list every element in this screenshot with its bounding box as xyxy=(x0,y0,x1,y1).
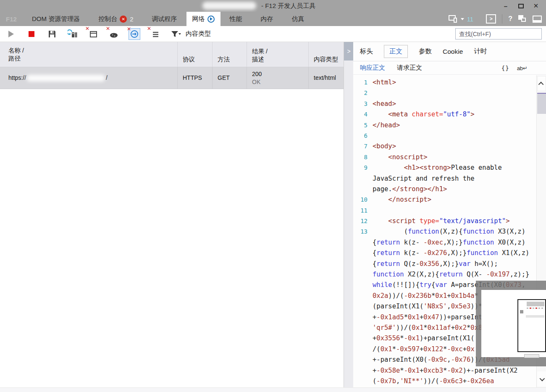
code-row: 6 xyxy=(353,131,536,141)
pretty-print-icon[interactable]: {} xyxy=(501,65,509,71)
clear-x-icon: ✕ xyxy=(127,26,131,32)
cookie-icon xyxy=(109,29,119,39)
tab-performance[interactable]: 性能 xyxy=(220,12,252,26)
line-number xyxy=(353,248,373,258)
clear-session-button[interactable]: ✕ xyxy=(87,28,99,40)
redacted-url xyxy=(27,75,105,82)
bottom-edge xyxy=(0,387,546,392)
tab-network[interactable]: 网络 xyxy=(186,12,220,26)
line-number xyxy=(353,366,373,376)
status-code: 200 xyxy=(252,70,304,78)
code-line: JavaScript and refresh the xyxy=(373,174,475,184)
close-button[interactable]: ✕ xyxy=(528,0,543,12)
export-har-button[interactable] xyxy=(46,28,58,40)
tabbar-right-tools: 11 > ? xyxy=(449,12,546,26)
navigate-circle-icon xyxy=(130,29,139,39)
requests-panel: 名称 / 路径 协议 方法 结果 / 描述 内容类型 https:// / HT… xyxy=(0,42,344,387)
line-number xyxy=(353,344,373,355)
code-row: {return Q(z-0x356,X);}var h=X(); xyxy=(353,259,536,269)
thumbnail-icon xyxy=(520,310,523,313)
minimize-button[interactable]: – xyxy=(498,0,513,12)
subtab-request-body[interactable]: 请求正文 xyxy=(397,64,422,72)
line-number xyxy=(353,237,373,248)
search-box xyxy=(455,28,542,39)
clear-entries-button[interactable]: ✕ xyxy=(149,28,161,40)
expand-details-button[interactable]: > xyxy=(344,42,354,61)
tab-emulation[interactable]: 仿真 xyxy=(283,12,314,26)
code-line: (parseInt(X1('N8xS',0x5e3))* xyxy=(373,301,482,312)
code-line: <head> xyxy=(373,99,396,109)
clear-x-icon: ✕ xyxy=(147,26,151,32)
code-row: (-0x7b,'NI**'))/(-0x6c3+-0x26ea xyxy=(353,376,536,387)
line-number: 10 xyxy=(353,195,373,205)
tab-parameters[interactable]: 参数 xyxy=(419,47,432,56)
request-row[interactable]: https:// / HTTPS GET 200 OK text/html xyxy=(0,67,344,89)
unpin-button[interactable] xyxy=(518,15,527,23)
search-input[interactable] xyxy=(455,28,542,39)
column-header-method[interactable]: 方法 xyxy=(213,42,247,67)
chevron-right-icon: > xyxy=(347,48,350,55)
panel-splitter[interactable]: > xyxy=(344,42,353,387)
code-line: +0x3556*-0x1)+parseInt(X1( xyxy=(373,333,475,344)
line-number xyxy=(353,301,373,312)
code-line: (function(X,z){function X3(X,z) xyxy=(373,226,525,237)
open-console-button[interactable]: > xyxy=(486,14,496,24)
clear-cookies-button[interactable]: ✕ xyxy=(108,28,120,40)
code-line: (-0x7b,'NI**'))/(-0x6c3+-0x26ea xyxy=(373,376,494,387)
scrollbar-thumb[interactable] xyxy=(537,93,546,114)
column-header-protocol[interactable]: 协议 xyxy=(178,42,213,67)
line-number: 7 xyxy=(353,141,373,152)
code-line: <noscript> xyxy=(373,152,428,163)
code-row: 7<body> xyxy=(353,141,536,152)
code-row: 9 <h1><strong>Please enable xyxy=(353,163,536,173)
tab-label: 控制台 xyxy=(98,15,117,23)
line-number xyxy=(353,259,373,269)
column-title: 名称 / xyxy=(8,47,173,55)
scroll-down-button[interactable] xyxy=(537,371,546,387)
content-type-filter-button[interactable] xyxy=(170,28,181,40)
chevron-up-icon xyxy=(538,82,544,87)
save-icon xyxy=(47,29,57,39)
tab-memory[interactable]: 内存 xyxy=(252,12,283,26)
dock-bottom-button[interactable] xyxy=(533,16,542,23)
column-header-result[interactable]: 结果 / 描述 xyxy=(247,42,309,67)
preview-popup-button[interactable] xyxy=(524,354,539,358)
code-line: function X2(X,z){return Q(X- -0x197,z);} xyxy=(373,269,529,280)
code-line: <html> xyxy=(373,77,396,88)
maximize-button[interactable] xyxy=(513,0,528,12)
clear-on-navigate-toggle[interactable]: ✕ xyxy=(129,28,140,40)
code-line: {return k(z- -0xec,X);}function X0(X,z) xyxy=(373,237,525,248)
tab-dom-explorer[interactable]: DOM 资源管理器 xyxy=(23,12,89,26)
code-line: page.</strong></h1> xyxy=(373,184,447,195)
tab-debugger[interactable]: 调试程序 xyxy=(143,12,186,26)
code-line: +-0x58e*-0x1+0xcb3*-0x2)+-parseInt(X2 xyxy=(373,366,517,376)
browser-mode-selector[interactable]: 11 xyxy=(449,15,474,23)
line-number xyxy=(353,174,373,184)
stop-profiling-button[interactable] xyxy=(26,28,37,40)
tab-timings[interactable]: 计时 xyxy=(474,47,487,56)
tab-headers[interactable]: 标头 xyxy=(360,47,373,56)
thumbnail-titlebar xyxy=(527,302,544,306)
word-wrap-icon[interactable]: ab↵ xyxy=(517,65,528,71)
play-icon xyxy=(7,30,15,38)
f12-brand: F12 xyxy=(0,12,23,26)
line-number xyxy=(353,333,373,344)
code-row: 13 (function(X,z){function X3(X,z) xyxy=(353,226,536,237)
network-toolbar: ✕ ✕ ✕ ✕ xyxy=(0,26,546,42)
always-refresh-button[interactable] xyxy=(67,28,79,40)
tab-body[interactable]: 正文 xyxy=(384,45,408,58)
window-thumbnail-preview xyxy=(517,299,546,352)
code-line: /(0x1*-0x597+0x122*-0xc+0x xyxy=(373,344,475,355)
tab-console[interactable]: 控制台 ✕ 2 xyxy=(89,12,142,26)
thumbnail-content-line xyxy=(526,315,544,318)
play-circle-icon xyxy=(207,16,215,23)
column-header-name-path[interactable]: 名称 / 路径 xyxy=(0,42,178,67)
code-line: 0x2a))/(-0x236b*0x1+0x1b4a* xyxy=(373,291,478,301)
subtab-response-body[interactable]: 响应正文 xyxy=(360,64,385,72)
tab-cookies[interactable]: Cookie xyxy=(443,48,463,55)
start-profiling-button[interactable] xyxy=(5,28,17,40)
help-button[interactable]: ? xyxy=(508,15,512,23)
column-header-content-type[interactable]: 内容类型 xyxy=(309,42,344,67)
scroll-up-button[interactable] xyxy=(537,76,546,91)
code-row: {return k(z- -0x276,X);}function X1(X,z) xyxy=(353,248,536,258)
